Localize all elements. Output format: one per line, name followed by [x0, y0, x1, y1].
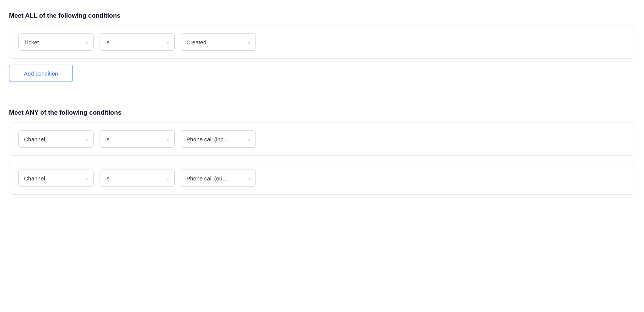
any-operator-select-0[interactable]: Is Is not: [105, 136, 169, 142]
any-operator-dropdown-0[interactable]: Is Is not ⌄: [100, 130, 175, 148]
any-value-select-1[interactable]: Phone call (ou... Phone call (inc... Ema…: [186, 175, 250, 182]
any-operator-select-1[interactable]: Is Is not: [105, 175, 169, 182]
any-value-dropdown-1[interactable]: Phone call (ou... Phone call (inc... Ema…: [181, 170, 256, 187]
all-value-select-0[interactable]: Created Updated Solved: [186, 39, 250, 45]
any-operator-dropdown-1[interactable]: Is Is not ⌄: [100, 170, 175, 187]
any-field-dropdown-1[interactable]: Channel Ticket Status Priority ⌄: [18, 170, 94, 187]
any-conditions-card-1: Channel Ticket Status Priority ⌄ Is Is n…: [9, 162, 635, 195]
any-condition-row-0: Channel Ticket Status Priority ⌄ Is Is n…: [18, 130, 626, 148]
any-field-dropdown-0[interactable]: Channel Ticket Status Priority ⌄: [18, 130, 94, 148]
any-conditions-card-0: Channel Ticket Status Priority ⌄ Is Is n…: [9, 123, 635, 156]
all-field-dropdown-0[interactable]: Ticket Channel Status Priority ⌄: [18, 33, 94, 51]
any-field-select-0[interactable]: Channel Ticket Status Priority: [24, 136, 88, 142]
all-operator-dropdown-0[interactable]: Is Is not ⌄: [100, 33, 175, 51]
all-condition-row-0: Ticket Channel Status Priority ⌄ Is Is n…: [18, 33, 626, 51]
any-conditions-title: Meet ANY of the following conditions: [9, 109, 635, 117]
all-conditions-title: Meet ALL of the following conditions: [9, 12, 635, 20]
any-value-select-0[interactable]: Phone call (inc... Phone call (ou... Ema…: [186, 136, 250, 142]
any-field-select-1[interactable]: Channel Ticket Status Priority: [24, 175, 88, 182]
all-conditions-section: Meet ALL of the following conditions Tic…: [9, 12, 635, 97]
any-conditions-section: Meet ANY of the following conditions Cha…: [9, 109, 635, 195]
all-field-select-0[interactable]: Ticket Channel Status Priority: [24, 39, 88, 45]
any-condition-row-1: Channel Ticket Status Priority ⌄ Is Is n…: [18, 170, 626, 187]
all-conditions-card: Ticket Channel Status Priority ⌄ Is Is n…: [9, 26, 635, 59]
add-condition-button[interactable]: Add condition: [9, 65, 73, 82]
all-operator-select-0[interactable]: Is Is not: [105, 39, 169, 45]
any-value-dropdown-0[interactable]: Phone call (inc... Phone call (ou... Ema…: [181, 130, 256, 148]
all-value-dropdown-0[interactable]: Created Updated Solved ⌄: [181, 33, 256, 51]
